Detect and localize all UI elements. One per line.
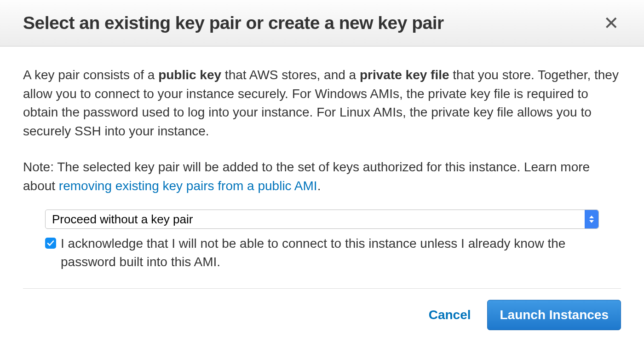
modal-footer: Cancel Launch Instances <box>0 289 644 341</box>
form-area: Proceed without a key pair I acknowledge… <box>23 210 621 284</box>
desc-text-1: A key pair consists of a <box>23 68 158 82</box>
key-pair-description: A key pair consists of a public key that… <box>23 66 621 140</box>
key-pair-modal: Select an existing key pair or create a … <box>0 0 644 341</box>
acknowledge-row: I acknowledge that I will not be able to… <box>45 234 599 272</box>
key-pair-select[interactable]: Proceed without a key pair <box>45 210 599 229</box>
desc-text-2: that AWS stores, and a <box>221 68 360 82</box>
checkmark-icon <box>47 239 54 247</box>
acknowledge-label: I acknowledge that I will not be able to… <box>61 234 599 272</box>
note-text-2: . <box>317 179 321 193</box>
cancel-button[interactable]: Cancel <box>429 308 471 322</box>
close-icon[interactable]: ✕ <box>602 14 621 32</box>
key-pair-note: Note: The selected key pair will be adde… <box>23 158 621 195</box>
modal-title: Select an existing key pair or create a … <box>23 13 444 33</box>
desc-bold-public-key: public key <box>158 68 221 82</box>
desc-bold-private-key: private key file <box>360 68 449 82</box>
key-pair-select-wrapper: Proceed without a key pair <box>45 210 599 229</box>
modal-header: Select an existing key pair or create a … <box>0 0 644 47</box>
remove-key-pairs-link[interactable]: removing existing key pairs from a publi… <box>59 179 317 193</box>
acknowledge-checkbox[interactable] <box>45 238 56 249</box>
modal-body: A key pair consists of a public key that… <box>0 47 644 288</box>
launch-instances-button[interactable]: Launch Instances <box>487 300 621 330</box>
